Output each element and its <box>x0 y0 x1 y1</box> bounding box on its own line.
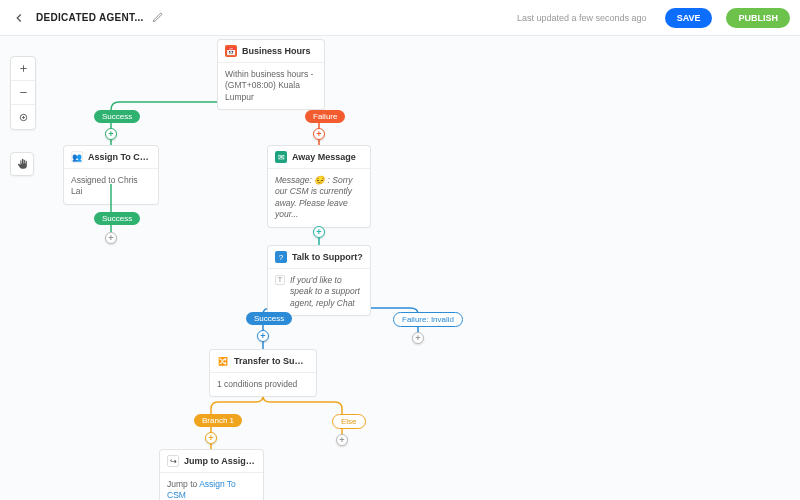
calendar-icon: 📅 <box>225 45 237 57</box>
node-title: Assign To CSM <box>88 152 151 162</box>
add-step-button[interactable]: + <box>257 330 269 342</box>
node-talk-support[interactable]: ? Talk to Support? T If you'd like to sp… <box>268 246 370 315</box>
node-body: 1 conditions provided <box>210 373 316 396</box>
back-arrow-icon[interactable] <box>10 9 28 27</box>
node-title: Away Message <box>292 152 356 162</box>
node-title: Talk to Support? <box>292 252 363 262</box>
pan-tool-button[interactable] <box>10 152 34 176</box>
node-body: Within business hours - (GMT+08:00) Kual… <box>218 63 324 109</box>
add-step-button[interactable]: + <box>336 434 348 446</box>
question-icon: ? <box>275 251 287 263</box>
jump-icon: ↪ <box>167 455 179 467</box>
branch-label-branch1[interactable]: Branch 1 <box>194 414 242 427</box>
add-step-button[interactable]: + <box>313 226 325 238</box>
workflow-title: DEDICATED AGENT... <box>36 12 144 23</box>
node-business-hours[interactable]: 📅 Business Hours Within business hours -… <box>218 40 324 109</box>
save-button[interactable]: SAVE <box>665 8 713 28</box>
connectors-layer <box>0 36 800 500</box>
branch-label-success[interactable]: Success <box>94 212 140 225</box>
branch-label-failure-invalid[interactable]: Failure: Invalid <box>393 312 463 327</box>
top-header: DEDICATED AGENT... Last updated a few se… <box>0 0 800 36</box>
node-body: Jump to Assign To CSM <box>160 473 263 500</box>
branch-label-failure[interactable]: Failure <box>305 110 345 123</box>
add-step-button[interactable]: + <box>105 128 117 140</box>
add-step-button[interactable]: + <box>205 432 217 444</box>
node-transfer-branch[interactable]: 🔀 Transfer to Support Bra... 1 condition… <box>210 350 316 396</box>
branch-icon: 🔀 <box>217 355 229 367</box>
workflow-canvas[interactable]: 📅 Business Hours Within business hours -… <box>0 36 800 500</box>
node-assign-csm[interactable]: 👥 Assign To CSM Assigned to Chris Lai <box>64 146 158 204</box>
message-icon: ✉ <box>275 151 287 163</box>
text-icon: T <box>275 275 285 285</box>
last-updated-text: Last updated a few seconds ago <box>517 13 647 23</box>
node-body: Assigned to Chris Lai <box>64 169 158 204</box>
add-step-button[interactable]: + <box>412 332 424 344</box>
zoom-in-button[interactable] <box>11 57 35 81</box>
zoom-fit-button[interactable] <box>11 105 35 129</box>
node-jump-to[interactable]: ↪ Jump to Assign to CRM Jump to Assign T… <box>160 450 263 500</box>
zoom-toolbar <box>10 56 36 130</box>
zoom-out-button[interactable] <box>11 81 35 105</box>
add-step-button[interactable]: + <box>313 128 325 140</box>
add-step-button[interactable]: + <box>105 232 117 244</box>
node-title: Jump to Assign to CRM <box>184 456 256 466</box>
publish-button[interactable]: PUBLISH <box>726 8 790 28</box>
edit-title-icon[interactable] <box>152 11 166 25</box>
branch-label-else[interactable]: Else <box>332 414 366 429</box>
branch-label-success[interactable]: Success <box>94 110 140 123</box>
node-body: Message: 😔 : Sorry our CSM is currently … <box>268 169 370 227</box>
node-title: Transfer to Support Bra... <box>234 356 309 366</box>
node-title: Business Hours <box>242 46 311 56</box>
branch-label-success[interactable]: Success <box>246 312 292 325</box>
node-body: T If you'd like to speak to a support ag… <box>268 269 370 315</box>
user-assign-icon: 👥 <box>71 151 83 163</box>
node-away-message[interactable]: ✉ Away Message Message: 😔 : Sorry our CS… <box>268 146 370 227</box>
